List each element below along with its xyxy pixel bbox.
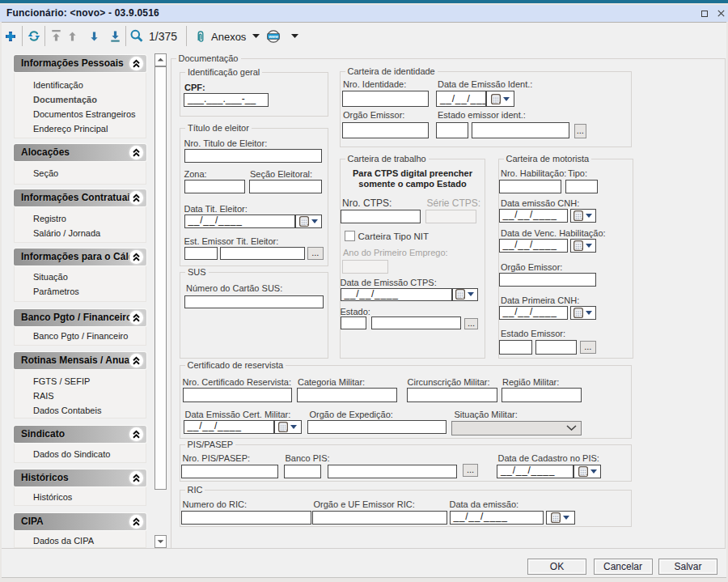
svg-text:www: www — [268, 34, 278, 39]
